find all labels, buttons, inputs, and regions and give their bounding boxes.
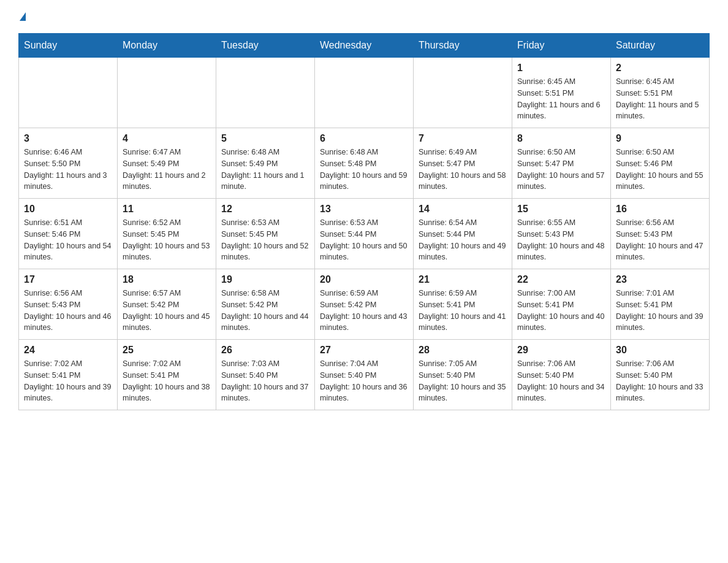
day-info: Sunrise: 6:55 AMSunset: 5:43 PMDaylight:… [517, 217, 605, 263]
column-header-friday: Friday [512, 34, 611, 58]
calendar-cell: 12Sunrise: 6:53 AMSunset: 5:45 PMDayligh… [216, 199, 315, 269]
calendar-cell: 19Sunrise: 6:58 AMSunset: 5:42 PMDayligh… [216, 269, 315, 340]
day-number: 7 [419, 133, 507, 144]
day-info: Sunrise: 7:05 AMSunset: 5:40 PMDaylight:… [419, 358, 507, 404]
day-info: Sunrise: 6:53 AMSunset: 5:44 PMDaylight:… [320, 217, 408, 263]
day-number: 17 [24, 274, 112, 285]
day-number: 3 [24, 133, 112, 144]
calendar-cell: 14Sunrise: 6:54 AMSunset: 5:44 PMDayligh… [414, 199, 512, 269]
day-number: 25 [123, 345, 211, 356]
column-header-sunday: Sunday [19, 34, 118, 58]
calendar-cell: 18Sunrise: 6:57 AMSunset: 5:42 PMDayligh… [118, 269, 216, 340]
calendar-cell: 16Sunrise: 6:56 AMSunset: 5:43 PMDayligh… [611, 199, 710, 269]
day-number: 24 [24, 345, 112, 356]
calendar-cell [414, 58, 512, 128]
day-number: 26 [221, 345, 309, 356]
calendar-cell: 4Sunrise: 6:47 AMSunset: 5:49 PMDaylight… [118, 128, 216, 199]
day-number: 10 [24, 204, 112, 215]
calendar-cell: 22Sunrise: 7:00 AMSunset: 5:41 PMDayligh… [512, 269, 611, 340]
calendar-cell: 5Sunrise: 6:48 AMSunset: 5:49 PMDaylight… [216, 128, 315, 199]
column-header-tuesday: Tuesday [216, 34, 315, 58]
calendar-cell: 24Sunrise: 7:02 AMSunset: 5:41 PMDayligh… [19, 340, 118, 410]
column-header-saturday: Saturday [611, 34, 710, 58]
day-info: Sunrise: 7:01 AMSunset: 5:41 PMDaylight:… [616, 288, 704, 334]
calendar-cell: 30Sunrise: 7:06 AMSunset: 5:40 PMDayligh… [611, 340, 710, 410]
calendar-cell: 11Sunrise: 6:52 AMSunset: 5:45 PMDayligh… [118, 199, 216, 269]
day-info: Sunrise: 6:59 AMSunset: 5:42 PMDaylight:… [320, 288, 408, 334]
calendar-cell: 9Sunrise: 6:50 AMSunset: 5:46 PMDaylight… [611, 128, 710, 199]
calendar-cell: 17Sunrise: 6:56 AMSunset: 5:43 PMDayligh… [19, 269, 118, 340]
day-info: Sunrise: 7:04 AMSunset: 5:40 PMDaylight:… [320, 358, 408, 404]
day-info: Sunrise: 7:06 AMSunset: 5:40 PMDaylight:… [517, 358, 605, 404]
logo-triangle-icon [20, 12, 26, 21]
calendar-cell: 29Sunrise: 7:06 AMSunset: 5:40 PMDayligh… [512, 340, 611, 410]
calendar-cell [315, 58, 414, 128]
calendar-cell [19, 58, 118, 128]
week-row-5: 24Sunrise: 7:02 AMSunset: 5:41 PMDayligh… [19, 340, 710, 410]
calendar-cell: 2Sunrise: 6:45 AMSunset: 5:51 PMDaylight… [611, 58, 710, 128]
day-number: 27 [320, 345, 408, 356]
calendar-cell: 21Sunrise: 6:59 AMSunset: 5:41 PMDayligh… [414, 269, 512, 340]
day-number: 21 [419, 274, 507, 285]
logo [18, 12, 26, 21]
calendar-cell: 20Sunrise: 6:59 AMSunset: 5:42 PMDayligh… [315, 269, 414, 340]
day-number: 29 [517, 345, 605, 356]
day-number: 16 [616, 204, 704, 215]
day-info: Sunrise: 6:45 AMSunset: 5:51 PMDaylight:… [517, 76, 605, 122]
page-header [18, 12, 710, 21]
week-row-1: 1Sunrise: 6:45 AMSunset: 5:51 PMDaylight… [19, 58, 710, 128]
week-row-2: 3Sunrise: 6:46 AMSunset: 5:50 PMDaylight… [19, 128, 710, 199]
day-number: 30 [616, 345, 704, 356]
day-info: Sunrise: 6:45 AMSunset: 5:51 PMDaylight:… [616, 76, 704, 122]
day-number: 23 [616, 274, 704, 285]
calendar-cell: 10Sunrise: 6:51 AMSunset: 5:46 PMDayligh… [19, 199, 118, 269]
day-number: 6 [320, 133, 408, 144]
day-number: 20 [320, 274, 408, 285]
column-header-monday: Monday [118, 34, 216, 58]
calendar-cell: 7Sunrise: 6:49 AMSunset: 5:47 PMDaylight… [414, 128, 512, 199]
day-number: 8 [517, 133, 605, 144]
calendar-cell: 1Sunrise: 6:45 AMSunset: 5:51 PMDaylight… [512, 58, 611, 128]
day-info: Sunrise: 6:58 AMSunset: 5:42 PMDaylight:… [221, 288, 309, 334]
calendar-header-row: SundayMondayTuesdayWednesdayThursdayFrid… [19, 34, 710, 58]
day-info: Sunrise: 6:56 AMSunset: 5:43 PMDaylight:… [616, 217, 704, 263]
day-info: Sunrise: 6:46 AMSunset: 5:50 PMDaylight:… [24, 147, 112, 193]
day-number: 12 [221, 204, 309, 215]
calendar-cell: 23Sunrise: 7:01 AMSunset: 5:41 PMDayligh… [611, 269, 710, 340]
day-info: Sunrise: 6:52 AMSunset: 5:45 PMDaylight:… [123, 217, 211, 263]
day-number: 14 [419, 204, 507, 215]
day-number: 13 [320, 204, 408, 215]
calendar-cell [216, 58, 315, 128]
week-row-4: 17Sunrise: 6:56 AMSunset: 5:43 PMDayligh… [19, 269, 710, 340]
day-number: 19 [221, 274, 309, 285]
day-number: 4 [123, 133, 211, 144]
week-row-3: 10Sunrise: 6:51 AMSunset: 5:46 PMDayligh… [19, 199, 710, 269]
day-info: Sunrise: 6:48 AMSunset: 5:49 PMDaylight:… [221, 147, 309, 193]
day-info: Sunrise: 7:03 AMSunset: 5:40 PMDaylight:… [221, 358, 309, 404]
calendar-cell: 15Sunrise: 6:55 AMSunset: 5:43 PMDayligh… [512, 199, 611, 269]
calendar-cell: 25Sunrise: 7:02 AMSunset: 5:41 PMDayligh… [118, 340, 216, 410]
day-info: Sunrise: 7:00 AMSunset: 5:41 PMDaylight:… [517, 288, 605, 334]
calendar-cell: 3Sunrise: 6:46 AMSunset: 5:50 PMDaylight… [19, 128, 118, 199]
column-header-wednesday: Wednesday [315, 34, 414, 58]
day-info: Sunrise: 7:06 AMSunset: 5:40 PMDaylight:… [616, 358, 704, 404]
day-info: Sunrise: 6:50 AMSunset: 5:46 PMDaylight:… [616, 147, 704, 193]
calendar-cell: 8Sunrise: 6:50 AMSunset: 5:47 PMDaylight… [512, 128, 611, 199]
calendar-cell: 26Sunrise: 7:03 AMSunset: 5:40 PMDayligh… [216, 340, 315, 410]
day-info: Sunrise: 6:57 AMSunset: 5:42 PMDaylight:… [123, 288, 211, 334]
day-number: 15 [517, 204, 605, 215]
day-number: 22 [517, 274, 605, 285]
calendar-cell: 28Sunrise: 7:05 AMSunset: 5:40 PMDayligh… [414, 340, 512, 410]
day-number: 5 [221, 133, 309, 144]
day-info: Sunrise: 6:48 AMSunset: 5:48 PMDaylight:… [320, 147, 408, 193]
day-info: Sunrise: 6:53 AMSunset: 5:45 PMDaylight:… [221, 217, 309, 263]
day-number: 1 [517, 63, 605, 74]
day-info: Sunrise: 6:54 AMSunset: 5:44 PMDaylight:… [419, 217, 507, 263]
day-info: Sunrise: 6:56 AMSunset: 5:43 PMDaylight:… [24, 288, 112, 334]
day-number: 28 [419, 345, 507, 356]
day-info: Sunrise: 7:02 AMSunset: 5:41 PMDaylight:… [24, 358, 112, 404]
day-info: Sunrise: 6:49 AMSunset: 5:47 PMDaylight:… [419, 147, 507, 193]
calendar-cell [118, 58, 216, 128]
calendar-cell: 27Sunrise: 7:04 AMSunset: 5:40 PMDayligh… [315, 340, 414, 410]
day-number: 9 [616, 133, 704, 144]
